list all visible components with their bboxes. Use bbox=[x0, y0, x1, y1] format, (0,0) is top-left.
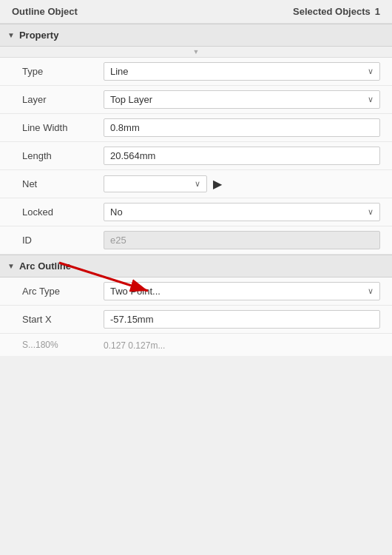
length-input[interactable]: 20.564mm bbox=[104, 147, 380, 165]
start-x-label: Start X bbox=[22, 314, 104, 325]
net-value: ∨ ▶ bbox=[104, 175, 380, 192]
layer-chevron-icon: ∨ bbox=[368, 95, 374, 104]
arc-section-header[interactable]: ▼ Arc Outline bbox=[0, 255, 392, 278]
property-section-title: Property bbox=[19, 30, 58, 41]
line-width-text: 0.8mm bbox=[110, 122, 140, 133]
arc-section: ▼ Arc Outline Arc Type Two Poin bbox=[0, 255, 392, 356]
arc-type-label: Arc Type bbox=[22, 286, 104, 297]
locked-select[interactable]: No ∨ bbox=[104, 203, 380, 221]
locked-value: No ∨ bbox=[104, 203, 380, 221]
arc-type-row: Arc Type Two Point... ∨ bbox=[0, 278, 392, 306]
line-width-label: Line Width bbox=[22, 122, 104, 133]
id-value: e25 bbox=[104, 231, 380, 249]
arc-type-row-container: Arc Type Two Point... ∨ bbox=[0, 278, 392, 306]
layer-select[interactable]: Top Layer ∨ bbox=[104, 90, 380, 109]
selected-count: 1 bbox=[375, 6, 380, 17]
header-right-label: Selected Objects bbox=[293, 6, 371, 17]
type-label: Type bbox=[22, 66, 104, 77]
locked-select-text: No bbox=[110, 206, 123, 218]
line-width-value: 0.8mm bbox=[104, 118, 380, 137]
arc-type-select[interactable]: Two Point... ∨ bbox=[104, 282, 380, 300]
property-collapse-arrow: ▼ bbox=[7, 31, 15, 39]
arc-type-value: Two Point... ∨ bbox=[104, 282, 380, 300]
type-select-text: Line bbox=[110, 66, 129, 77]
layer-row: Layer Top Layer ∨ bbox=[0, 86, 392, 114]
start-x-input[interactable]: -57.15mm bbox=[104, 310, 380, 329]
arc-collapse-arrow: ▼ bbox=[7, 262, 15, 270]
id-row: ID e25 bbox=[0, 226, 392, 255]
net-row: Net ∨ ▶ bbox=[0, 170, 392, 198]
layer-label: Layer bbox=[22, 94, 104, 105]
layer-value: Top Layer ∨ bbox=[104, 90, 380, 109]
id-input: e25 bbox=[104, 231, 380, 249]
line-width-row: Line Width 0.8mm bbox=[0, 114, 392, 142]
panel-header: Outline Object Selected Objects 1 bbox=[0, 0, 392, 24]
locked-label: Locked bbox=[22, 206, 104, 218]
net-label: Net bbox=[22, 178, 104, 189]
id-label: ID bbox=[22, 235, 104, 246]
start-x-row: Start X -57.15mm bbox=[0, 306, 392, 334]
cursor-pointer-icon[interactable]: ▶ bbox=[213, 177, 222, 191]
bottom-partial-value: 0.127 0.127m... bbox=[104, 340, 380, 351]
length-value: 20.564mm bbox=[104, 147, 380, 165]
type-row: Type Line ∨ bbox=[0, 58, 392, 86]
bottom-partial-label: S...180% bbox=[22, 340, 104, 350]
locked-chevron-icon: ∨ bbox=[368, 207, 374, 217]
type-value: Line ∨ bbox=[104, 62, 380, 81]
id-text: e25 bbox=[110, 235, 126, 246]
start-x-text: -57.15mm bbox=[110, 314, 154, 325]
properties-panel: Outline Object Selected Objects 1 ▼ Prop… bbox=[0, 0, 392, 356]
bottom-partial-row: S...180% 0.127 0.127m... bbox=[0, 334, 392, 356]
type-chevron-icon: ∨ bbox=[368, 67, 374, 76]
length-label: Length bbox=[22, 150, 104, 161]
arc-type-chevron-icon: ∨ bbox=[368, 286, 374, 296]
length-row: Length 20.564mm bbox=[0, 142, 392, 170]
locked-row: Locked No ∨ bbox=[0, 198, 392, 226]
net-chevron-icon: ∨ bbox=[195, 179, 200, 189]
collapse-indicator: ▼ bbox=[193, 48, 200, 56]
arc-section-title: Arc Outline bbox=[19, 260, 71, 272]
property-section-header[interactable]: ▼ Property bbox=[0, 24, 392, 47]
header-right: Selected Objects 1 bbox=[293, 6, 380, 17]
layer-select-text: Top Layer bbox=[110, 94, 152, 105]
net-select[interactable]: ∨ bbox=[104, 175, 207, 192]
arc-type-select-text: Two Point... bbox=[110, 286, 160, 297]
start-x-value: -57.15mm bbox=[104, 310, 380, 329]
line-width-input[interactable]: 0.8mm bbox=[104, 118, 380, 137]
header-left-label: Outline Object bbox=[12, 6, 78, 17]
length-text: 20.564mm bbox=[110, 150, 155, 161]
type-select[interactable]: Line ∨ bbox=[104, 62, 380, 81]
